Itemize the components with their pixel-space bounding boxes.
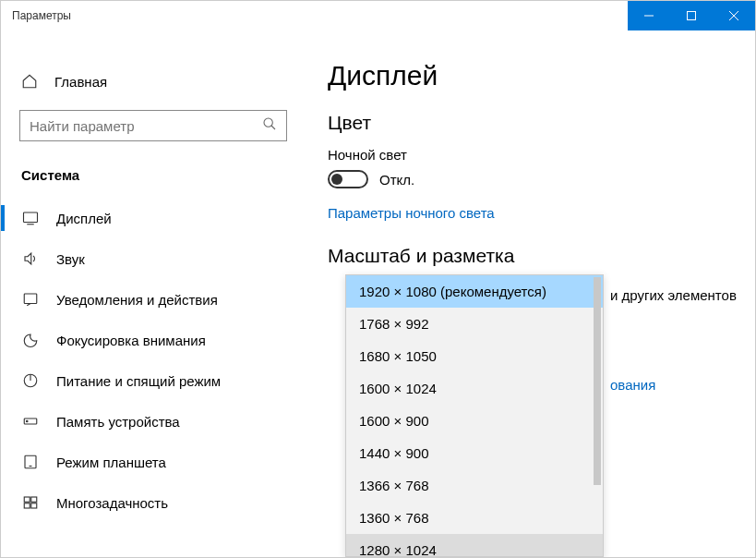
search-input[interactable] bbox=[30, 118, 262, 134]
svg-rect-17 bbox=[24, 503, 30, 508]
resolution-dropdown[interactable]: 1920 × 1080 (рекомендуется) 1768 × 992 1… bbox=[345, 274, 604, 557]
titlebar: Параметры bbox=[1, 1, 755, 30]
notifications-icon bbox=[21, 291, 40, 308]
sidebar-item-label: Звук bbox=[56, 251, 85, 267]
sidebar-item-label: Питание и спящий режим bbox=[56, 373, 221, 389]
toggle-state: Откл. bbox=[379, 172, 414, 188]
tablet-icon bbox=[21, 454, 40, 470]
storage-icon bbox=[21, 413, 40, 430]
sound-icon bbox=[21, 250, 40, 267]
scrollbar-thumb[interactable] bbox=[594, 277, 601, 485]
obscured-link-fragment[interactable]: ования bbox=[610, 377, 655, 393]
night-light-label: Ночной свет bbox=[328, 147, 733, 163]
dropdown-option[interactable]: 1366 × 768 bbox=[346, 469, 603, 502]
search-icon bbox=[262, 116, 277, 135]
night-light-toggle[interactable] bbox=[328, 170, 368, 188]
sidebar-item-tablet[interactable]: Режим планшета bbox=[6, 442, 300, 482]
sidebar-item-label: Режим планшета bbox=[56, 455, 166, 470]
dropdown-option[interactable]: 1440 × 900 bbox=[346, 437, 603, 469]
maximize-button[interactable] bbox=[670, 1, 713, 30]
sidebar-item-label: Фокусировка внимания bbox=[56, 333, 206, 348]
window-title: Параметры bbox=[1, 9, 71, 22]
dropdown-option[interactable]: 1600 × 1024 bbox=[346, 372, 603, 405]
sidebar-item-sound[interactable]: Звук bbox=[6, 238, 300, 279]
svg-point-12 bbox=[27, 420, 29, 422]
sidebar-item-power[interactable]: Питание и спящий режим bbox=[6, 360, 300, 401]
dropdown-list: 1920 × 1080 (рекомендуется) 1768 × 992 1… bbox=[346, 275, 603, 556]
dropdown-option[interactable]: 1920 × 1080 (рекомендуется) bbox=[346, 275, 603, 308]
sidebar-item-storage[interactable]: Память устройства bbox=[6, 401, 300, 442]
svg-rect-15 bbox=[24, 497, 30, 502]
display-icon bbox=[21, 210, 40, 226]
sidebar-item-display[interactable]: Дисплей bbox=[6, 198, 300, 238]
dropdown-option[interactable]: 1360 × 768 bbox=[346, 502, 603, 534]
night-light-toggle-row: Откл. bbox=[328, 170, 733, 188]
sidebar-item-focus[interactable]: Фокусировка внимания bbox=[6, 320, 300, 360]
page-title: Дисплей bbox=[328, 60, 733, 91]
dropdown-option[interactable]: 1600 × 900 bbox=[346, 405, 603, 437]
dropdown-option[interactable]: 1768 × 992 bbox=[346, 308, 603, 340]
home-label: Главная bbox=[54, 74, 107, 90]
search-box[interactable] bbox=[19, 110, 287, 141]
close-button[interactable] bbox=[713, 1, 755, 30]
svg-rect-8 bbox=[24, 294, 37, 304]
window-controls bbox=[628, 1, 755, 30]
svg-point-4 bbox=[264, 118, 272, 127]
multitask-icon bbox=[21, 494, 40, 511]
sidebar-item-label: Многозадачность bbox=[56, 495, 168, 511]
color-heading: Цвет bbox=[328, 112, 733, 134]
home-link[interactable]: Главная bbox=[6, 60, 300, 103]
svg-rect-16 bbox=[31, 497, 37, 502]
dropdown-option[interactable]: 1280 × 1024 bbox=[346, 534, 603, 556]
nav-list: Дисплей Звук Уведомления и действия Фоку… bbox=[6, 198, 300, 523]
night-light-settings-link[interactable]: Параметры ночного света bbox=[328, 205, 495, 221]
toggle-knob bbox=[331, 174, 342, 185]
dropdown-scrollbar[interactable] bbox=[594, 277, 601, 554]
svg-line-5 bbox=[271, 126, 275, 129]
svg-rect-1 bbox=[688, 12, 696, 20]
dropdown-option[interactable]: 1680 × 1050 bbox=[346, 340, 603, 372]
sidebar-item-multitask[interactable]: Многозадачность bbox=[6, 482, 300, 523]
svg-rect-6 bbox=[24, 212, 38, 223]
obscured-text: и других элементов bbox=[610, 287, 737, 303]
power-icon bbox=[21, 372, 40, 389]
home-icon bbox=[21, 73, 38, 90]
sidebar-item-label: Уведомления и действия bbox=[56, 292, 218, 308]
sidebar-item-label: Дисплей bbox=[56, 211, 112, 226]
focus-icon bbox=[21, 332, 40, 348]
sidebar-item-label: Память устройства bbox=[56, 414, 180, 430]
sidebar-item-notifications[interactable]: Уведомления и действия bbox=[6, 279, 300, 320]
scale-heading: Масштаб и разметка bbox=[328, 245, 733, 267]
minimize-button[interactable] bbox=[628, 1, 670, 30]
sidebar: Главная Система Дисплей Звук bbox=[1, 30, 306, 557]
svg-rect-18 bbox=[31, 503, 37, 508]
section-title: Система bbox=[6, 141, 300, 190]
